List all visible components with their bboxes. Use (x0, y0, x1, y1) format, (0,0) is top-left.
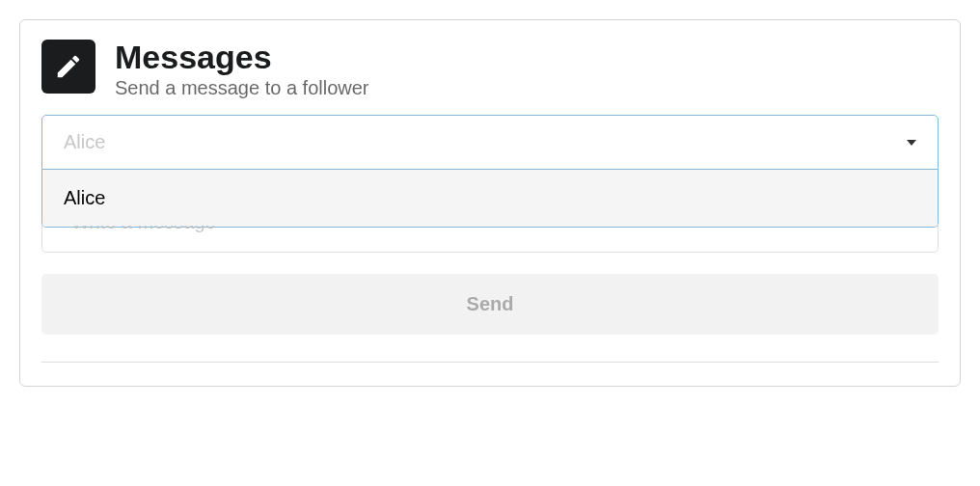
chevron-down-icon (907, 140, 916, 146)
page-title: Messages (115, 40, 369, 75)
title-block: Messages Send a message to a follower (115, 40, 369, 99)
divider (41, 362, 939, 363)
card-header: Messages Send a message to a follower (41, 40, 939, 99)
message-input[interactable]: Write a message (41, 226, 939, 253)
message-placeholder: Write a message (71, 226, 216, 231)
send-button[interactable]: Send (41, 274, 939, 335)
pencil-icon (41, 40, 95, 94)
recipient-placeholder: Alice (64, 131, 105, 153)
messages-card: Messages Send a message to a follower Al… (19, 19, 961, 387)
page-subtitle: Send a message to a follower (115, 77, 369, 99)
recipient-dropdown-header[interactable]: Alice (42, 116, 938, 169)
recipient-dropdown[interactable]: Alice (41, 115, 939, 170)
recipient-dropdown-menu: Alice (41, 169, 939, 228)
recipient-option-alice[interactable]: Alice (42, 170, 938, 227)
